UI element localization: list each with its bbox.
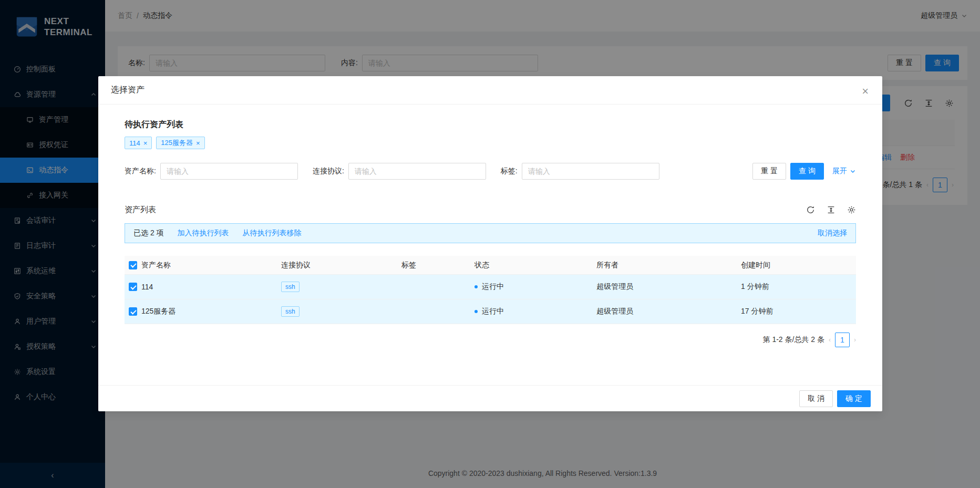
page-number[interactable]: 1 [835, 333, 850, 347]
table-row[interactable]: 125服务器 ssh 运行中 超级管理员 17 分钟前 [125, 299, 856, 324]
asset-chip: 114 × [125, 137, 152, 149]
asset-list-title: 资产列表 [125, 205, 156, 215]
cell-created: 1 分钟前 [741, 282, 856, 292]
modal-pagination: 第 1-2 条/总共 2 条 ‹ 1 › [125, 333, 856, 347]
cell-created: 17 分钟前 [741, 307, 856, 316]
cell-owner: 超级管理员 [596, 282, 741, 292]
modal-reset-button[interactable]: 重 置 [752, 163, 786, 180]
row-checkbox[interactable] [129, 283, 137, 291]
next-page-icon: › [854, 336, 856, 344]
column-tag: 标签 [401, 261, 474, 270]
refresh-icon[interactable] [806, 205, 815, 214]
asset-table-header-row: 资产名称 连接协议 标签 状态 所有者 创建时间 [125, 256, 856, 275]
chevron-down-icon [850, 168, 856, 174]
remove-from-pending-link[interactable]: 从待执行列表移除 [243, 229, 302, 238]
modal-header: 选择资产 [98, 76, 882, 105]
asset-chip: 125服务器 × [156, 137, 204, 149]
cancel-selection-link[interactable]: 取消选择 [818, 229, 847, 238]
selection-bar: 已选 2 项 加入待执行列表 从待执行列表移除 取消选择 [125, 223, 856, 243]
asset-table: 资产名称 连接协议 标签 状态 所有者 创建时间 114 ssh 运行中 超级管… [125, 256, 856, 324]
select-all-checkbox[interactable] [129, 261, 137, 269]
chip-close-icon[interactable]: × [196, 140, 200, 147]
column-owner: 所有者 [596, 261, 741, 270]
close-icon[interactable]: × [859, 82, 872, 100]
cell-owner: 超级管理员 [596, 307, 741, 316]
protocol-label: 连接协议: [313, 167, 344, 176]
asset-name-filter: 资产名称: [125, 163, 298, 180]
expand-label: 展开 [832, 167, 847, 176]
prev-page-icon: ‹ [829, 336, 831, 344]
row-checkbox[interactable] [129, 307, 137, 316]
tag-filter: 标签: [501, 163, 659, 180]
pagination-total: 第 1-2 条/总共 2 条 [763, 335, 824, 345]
modal-footer: 取 消 确 定 [98, 385, 882, 411]
expand-link[interactable]: 展开 [832, 167, 856, 176]
column-status: 状态 [474, 261, 596, 270]
status-text: 运行中 [482, 307, 504, 316]
protocol-tag: ssh [281, 282, 300, 292]
add-to-pending-link[interactable]: 加入待执行列表 [178, 229, 229, 238]
column-asset-name: 资产名称 [141, 261, 281, 270]
selected-count: 已选 2 项 [133, 229, 164, 238]
protocol-input[interactable] [348, 163, 486, 180]
ok-button[interactable]: 确 定 [837, 390, 871, 407]
modal-body: 待执行资产列表 114 × 125服务器 × 资产名称: 连接协议: 标签: [98, 105, 882, 347]
table-row[interactable]: 114 ssh 运行中 超级管理员 1 分钟前 [125, 275, 856, 299]
tag-input[interactable] [522, 163, 659, 180]
chip-label: 125服务器 [161, 138, 193, 148]
protocol-tag: ssh [281, 306, 300, 317]
asset-list-header: 资产列表 [125, 205, 856, 215]
column-protocol: 连接协议 [281, 261, 401, 270]
asset-name-label: 资产名称: [125, 167, 156, 176]
cell-asset-name: 114 [141, 283, 281, 291]
column-height-icon[interactable] [827, 205, 835, 214]
status-text: 运行中 [482, 282, 504, 292]
cell-asset-name: 125服务器 [141, 307, 281, 316]
pending-list-title: 待执行资产列表 [125, 119, 856, 130]
asset-name-input[interactable] [160, 163, 298, 180]
modal-title: 选择资产 [111, 85, 145, 96]
settings-gear-icon[interactable] [847, 205, 856, 214]
status-dot [474, 310, 478, 313]
chip-label: 114 [129, 139, 140, 147]
chip-close-icon[interactable]: × [143, 140, 148, 147]
modal-query-button[interactable]: 查 询 [790, 163, 824, 180]
select-asset-modal: 选择资产 × 待执行资产列表 114 × 125服务器 × 资产名称: 连接协议… [98, 76, 882, 411]
modal-filter-form: 资产名称: 连接协议: 标签: 重 置 查 询 展开 [125, 163, 856, 180]
tag-label: 标签: [501, 167, 518, 176]
cancel-button[interactable]: 取 消 [799, 390, 833, 407]
protocol-filter: 连接协议: [313, 163, 486, 180]
column-created: 创建时间 [741, 261, 856, 270]
status-dot [474, 285, 478, 288]
pending-chips: 114 × 125服务器 × [125, 137, 856, 149]
